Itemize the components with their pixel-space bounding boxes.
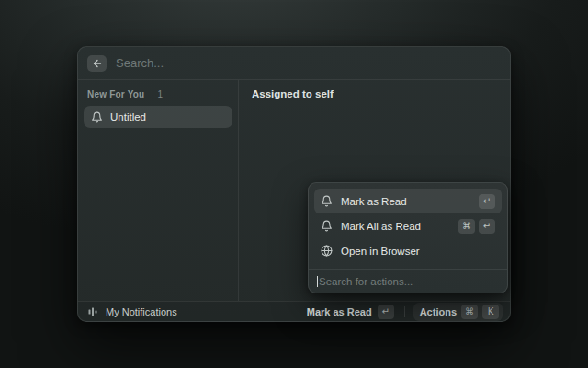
shortcut-keys: ⌘ ↵	[458, 219, 495, 234]
raycast-window: New For You 1 Untitled Assigned to self	[77, 46, 511, 322]
text-cursor	[317, 276, 318, 287]
globe-icon	[321, 245, 333, 257]
key-command: ⌘	[458, 219, 475, 234]
bell-icon	[91, 111, 103, 123]
arrow-left-icon	[92, 58, 103, 69]
actions-button[interactable]: Actions ⌘ K	[413, 303, 503, 321]
action-mark-all-as-read[interactable]: Mark All as Read ⌘ ↵	[314, 213, 502, 238]
search-input[interactable]	[116, 56, 501, 70]
actions-popup: Mark as Read ↵ Mark All as Read ⌘	[308, 182, 508, 293]
bell-icon	[321, 220, 333, 232]
section-title: New For You	[87, 89, 144, 99]
action-label: Open in Browser	[341, 246, 495, 257]
primary-action-label: Mark as Read	[307, 306, 372, 317]
section-header: New For You 1	[84, 87, 232, 106]
status-app-name: My Notifications	[106, 306, 177, 317]
list-item-untitled[interactable]: Untitled	[84, 106, 232, 128]
action-label: Mark as Read	[341, 196, 470, 207]
primary-action-button[interactable]: Mark as Read ↵	[305, 303, 396, 321]
key-command: ⌘	[461, 305, 478, 319]
status-bar-divider	[404, 306, 405, 317]
key-return: ↵	[479, 219, 495, 234]
search-header	[78, 47, 510, 80]
actions-search-input[interactable]	[319, 276, 499, 287]
section-count: 1	[157, 89, 163, 99]
actions-popup-list: Mark as Read ↵ Mark All as Read ⌘	[309, 183, 507, 269]
status-bar-left: My Notifications	[87, 306, 305, 317]
shortcut-keys: ↵	[479, 194, 495, 209]
status-bar: My Notifications Mark as Read ↵ Actions …	[78, 301, 510, 321]
key-return: ↵	[479, 194, 495, 209]
actions-button-label: Actions	[420, 306, 457, 317]
back-button[interactable]	[87, 55, 107, 72]
key-return: ↵	[378, 305, 394, 319]
desktop-background: New For You 1 Untitled Assigned to self	[0, 0, 588, 368]
actions-search-row	[309, 269, 507, 293]
detail-title: Assigned to self	[252, 88, 497, 99]
action-mark-as-read[interactable]: Mark as Read ↵	[314, 189, 502, 213]
action-label: Mark All as Read	[341, 221, 450, 232]
status-bar-right: Mark as Read ↵ Actions ⌘ K	[305, 303, 503, 321]
key-k: K	[482, 305, 499, 319]
my-notifications-icon	[87, 306, 98, 317]
bell-icon	[321, 195, 333, 207]
action-open-in-browser[interactable]: Open in Browser	[314, 238, 502, 263]
notifications-sidebar: New For You 1 Untitled	[78, 80, 239, 301]
list-item-label: Untitled	[110, 111, 146, 122]
